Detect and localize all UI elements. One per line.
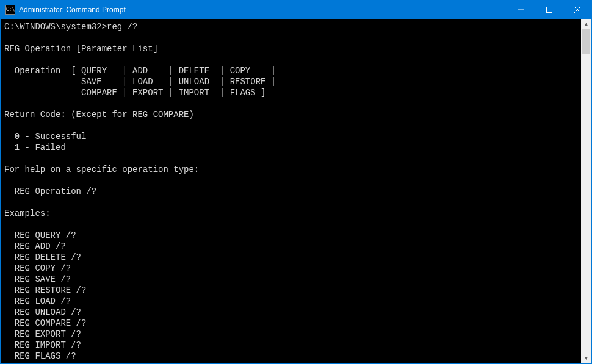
titlebar-buttons [507,1,591,19]
content-area: C:\WINDOWS\system32>reg /? REG Operation… [1,19,591,363]
window-title: Administrator: Command Prompt [19,5,507,14]
maximize-icon [546,7,552,13]
minimize-button[interactable] [507,1,535,19]
cmd-icon: C:\ [5,5,15,15]
svg-rect-1 [547,7,552,13]
vertical-scrollbar[interactable]: ▲ ▼ [581,19,591,363]
titlebar[interactable]: C:\ Administrator: Command Prompt [1,1,591,19]
scroll-down-arrow-icon[interactable]: ▼ [581,353,591,363]
close-button[interactable] [563,1,591,19]
window: C:\ Administrator: Command Prompt C:\WIN… [0,0,592,364]
maximize-button[interactable] [535,1,563,19]
close-icon [574,7,580,13]
minimize-icon [518,7,524,13]
terminal-output[interactable]: C:\WINDOWS\system32>reg /? REG Operation… [1,19,581,363]
scroll-up-arrow-icon[interactable]: ▲ [581,19,591,29]
scroll-thumb[interactable] [582,29,590,54]
